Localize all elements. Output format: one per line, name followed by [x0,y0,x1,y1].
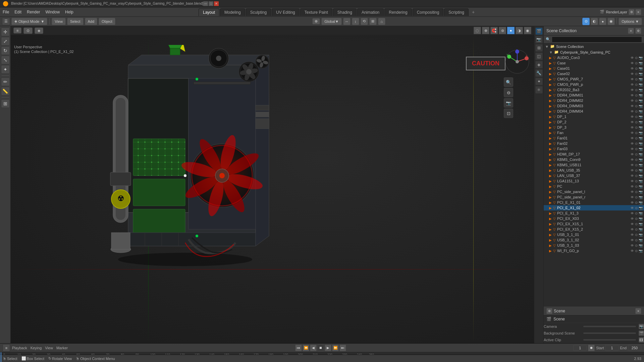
vp-zoom-in-btn[interactable]: 🔍 [504,77,513,87]
end-frame-input[interactable] [628,345,641,351]
outliner-item-WI_FI_GO_p[interactable]: ▶ ▽ WI_FI_GO_p 👁⊙📷 [544,248,644,253]
outliner-item-AUDIO_Con3[interactable]: ▶ ▽ AUDIO_Con3 👁 ⊙ 📷 [544,55,644,60]
outliner-item-LAN_USB_35[interactable]: ▶ ▽ LAN_USB_35 👁⊙📷 [544,168,644,173]
viewport-menu-btn[interactable]: ≡ [13,27,21,34]
outliner-item-DP_1[interactable]: ▶ ▽ DP_1 👁⊙📷 [544,114,644,119]
viewport-gizmo[interactable]: X Y Z [504,48,531,75]
tab-rendering[interactable]: Rendering [384,8,412,16]
outliner-item-PC_side_panel_l[interactable]: ▶ ▽ PC_side_panel_l 👁⊙📷 [544,189,644,194]
outliner-item-USB_3_1_01[interactable]: ▶ ▽ USB_3_1_01 👁⊙📷 [544,232,644,237]
transform-btn-3[interactable]: ↕ [352,18,359,25]
props-header-icon1[interactable]: ⚙ [546,308,552,314]
viewport-shading-menu[interactable]: ◈ [35,27,43,34]
vp-overlay-btn[interactable]: ◌ [474,27,481,34]
outliner-item-PCI_E_X1_02[interactable]: ▶ ▽ PCI_E_X1_02 👁⊙📷 [544,205,644,210]
outliner-item-DDR4_DIMM02[interactable]: ▶ ▽ DDR4_DIMM02 👁⊙📷 [544,98,644,103]
view-menu[interactable]: View [52,18,66,25]
vp-snap-btn[interactable]: 🧲 [490,27,498,34]
viewport-type-btn[interactable]: ⊙ [23,27,33,34]
add-object-tool[interactable]: ⊞ [1,99,10,108]
outliner-item-PCI_E_X1_3[interactable]: ▶ ▽ PCI_E_X1_3 👁⊙📷 [544,210,644,216]
vis-eye-icon[interactable]: 👁 [631,56,634,60]
vp-frame-btn[interactable]: ⊡ [504,109,513,118]
outliner-item-DDR4_DIMM03[interactable]: ▶ ▽ DDR4_DIMM03 👁⊙📷 [544,103,644,109]
mode-selector[interactable]: ◈ Object Mode ▼ [11,18,47,25]
stop-btn[interactable]: ⏹ [317,345,324,351]
header-icon-1[interactable]: ⚙ [629,9,635,15]
viewport-shading-btn4[interactable]: ◉ [607,18,615,25]
background-scene-icon[interactable]: 🎬 [639,330,644,336]
props-filter-btn[interactable]: ≡ [635,308,641,314]
outliner-item-PC[interactable]: ▶ ▽ PC 👁⊙📷 [544,184,644,189]
play-back-btn[interactable]: ◀ [310,345,317,351]
outliner-item-CR2032_Ba3[interactable]: ▶ ▽ CR2032_Ba3 👁⊙📷 [544,87,644,93]
timeline-menu-btn[interactable]: ≡ [3,344,10,352]
outliner-item-Fan[interactable]: ▶ ▽ Fan 👁⊙📷 [544,130,644,135]
outliner-item-Fan03[interactable]: ▶ ▽ Fan03 👁⊙📷 [544,146,644,152]
outliner-scene-collection[interactable]: ▼ 📁 Scene Collection [544,44,644,49]
outliner-item-PC_side_panel_r[interactable]: ▶ ▽ PC_side_panel_r 👁⊙📷 [544,194,644,200]
outliner-sub-collection[interactable]: ▼ 📁 Cyberpunk_Style_Gaming_PC [544,49,644,55]
tab-shading[interactable]: Shading [333,8,357,16]
transform-btn-4[interactable]: ⟲ [361,18,368,25]
vis-cursor-icon[interactable]: ⊙ [635,56,638,60]
menu-file[interactable]: File [0,9,12,15]
rotate-tool[interactable]: ↻ [1,46,10,55]
vp-proportional-btn[interactable]: ⊚ [499,27,506,34]
outliner-item-Fan02[interactable]: ▶ ▽ Fan02 👁⊙📷 [544,141,644,146]
menu-help[interactable]: Help [62,9,76,15]
menu-window[interactable]: Window [43,9,62,15]
outliner-item-PCI_EX_X15_1[interactable]: ▶ ▽ PCI_EX_X15_1 👁⊙📷 [544,221,644,227]
tab-sculpting[interactable]: Sculpting [246,8,271,16]
header-icon-2[interactable]: ≡ [635,9,641,15]
step-back-btn[interactable]: ⏪ [303,345,309,351]
transform-btn-6[interactable]: ⌂ [378,18,385,25]
transform-selector[interactable]: Global ▼ [321,18,342,25]
tab-texture-paint[interactable]: Texture Paint [300,8,332,16]
scale-tool[interactable]: ⤡ [1,56,10,64]
outliner-item-USB_3_1_03[interactable]: ▶ ▽ USB_3_1_03 👁⊙📷 [544,243,644,248]
outliner-filter-btn[interactable]: ≡ [628,28,634,34]
measure-tool[interactable]: 📏 [1,87,10,96]
properties-view-btn[interactable]: ◫ [535,53,543,60]
camera-value[interactable] [583,326,636,327]
properties-object-btn[interactable]: ◈ [535,61,543,68]
tab-modeling[interactable]: Modeling [220,8,245,16]
active-clip-value[interactable] [583,339,636,341]
tab-add-button[interactable]: + [469,8,477,16]
transform-global-btn[interactable]: ⊕ [312,18,320,24]
outliner-item-DDR4_DIMM04[interactable]: ▶ ▽ DDR4_DIMM04 👁⊙📷 [544,109,644,114]
close-button[interactable]: ✕ [214,1,219,6]
outliner-item-HDMI_DP_17[interactable]: ▶ ▽ HDMI_DP_17 👁⊙📷 [544,152,644,157]
vp-shading-solid-btn[interactable]: ● [507,27,515,34]
transform-btn-2[interactable]: ↔ [343,18,351,25]
viewport-shading-btn2[interactable]: ◐ [591,18,598,25]
minimize-button[interactable]: — [203,1,208,6]
viewport[interactable]: ≡ ⊙ ◈ ◌ ⊕ 🧲 ⊚ ● ◑ ◉ [11,26,534,343]
viewport-shading-btn3[interactable]: ● [599,18,606,25]
jump-start-btn[interactable]: ⏮ [295,345,302,351]
outliner-item-Case[interactable]: ▶ ▽ Case 👁⊙📷 [544,60,644,66]
jump-end-btn[interactable]: ⏭ [339,345,346,351]
camera-picker-icon[interactable]: 📷 [639,324,644,329]
properties-output-btn[interactable]: ⊞ [535,44,543,52]
vp-render-btn[interactable]: ◉ [524,27,531,34]
outliner-item-PCI_EX_X15_2[interactable]: ▶ ▽ PCI_EX_X15_2 👁⊙📷 [544,227,644,232]
outliner-item-PCI_EX_X03[interactable]: ▶ ▽ PCI_EX_X03 👁⊙📷 [544,216,644,221]
cache-btn[interactable]: ⏺ [588,345,595,351]
properties-physics-btn[interactable]: ⚛ [535,86,543,94]
cursor-tool[interactable]: ✛ [1,27,10,36]
object-menu[interactable]: Object [99,18,115,25]
outliner-item-LAN_USB_37[interactable]: ▶ ▽ LAN_USB_37 👁⊙📷 [544,173,644,178]
outliner-item-Case02[interactable]: ▶ ▽ Case02 👁⊙📷 [544,71,644,76]
properties-scene-btn[interactable]: 🎬 [535,27,543,35]
outliner-item-Fan01[interactable]: ▶ ▽ Fan01 👁⊙📷 [544,135,644,141]
outliner-item-CMOS_PWR_p[interactable]: ▶ ▽ CMOS_PWR_p 👁⊙📷 [544,82,644,87]
tab-animation[interactable]: Animation [357,8,384,16]
tab-layout[interactable]: Layout [199,8,219,16]
properties-particles-btn[interactable]: ✦ [535,78,543,85]
options-btn[interactable]: Options ▼ [619,18,642,25]
menu-edit[interactable]: Edit [12,9,24,15]
outliner-item-Case01[interactable]: ▶ ▽ Case01 👁⊙📷 [544,66,644,71]
play-fwd-btn[interactable]: ▶ [325,345,331,351]
